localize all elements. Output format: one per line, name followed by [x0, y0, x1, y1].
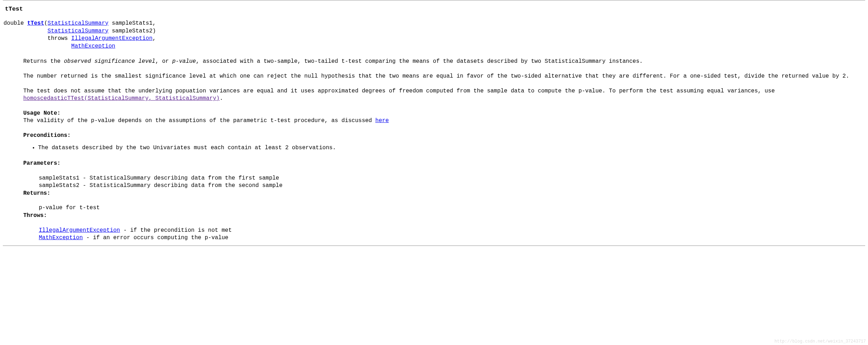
text: The validity of the p-value depends on t… [23, 117, 375, 124]
param1-type-link[interactable]: StatisticalSummary [48, 20, 109, 26]
desc-paragraph-2: The number returned is the smallest sign… [23, 73, 862, 80]
throws-2: MathException - if an error occurs compu… [39, 234, 862, 242]
throws-separator: , [152, 35, 156, 42]
text: - if the precondition is not met [120, 227, 232, 234]
top-rule [3, 0, 865, 0]
emphasis: p-value [172, 58, 196, 65]
method-name-link[interactable]: tTest [27, 20, 44, 26]
bottom-rule [3, 246, 865, 246]
throws2-exception-link[interactable]: MathException [39, 235, 83, 241]
text: , associated with a two-sample, two-tail… [196, 58, 643, 65]
parameters-label: Parameters: [23, 160, 862, 168]
throws1-exception-link[interactable]: IllegalArgumentException [39, 227, 120, 234]
returns-label: Returns: [23, 190, 862, 198]
throws-keyword: throws [48, 35, 71, 42]
preconditions-label: Preconditions: [23, 132, 862, 140]
param1-name: sampleStats1, [109, 20, 156, 26]
usage-note-label: Usage Note: [23, 110, 61, 116]
usage-here-link[interactable]: here [375, 117, 389, 124]
parameter-1: sampleStats1 - StatisticalSummary descri… [39, 175, 862, 182]
method-signature: double tTest(StatisticalSummary sampleSt… [4, 20, 865, 50]
preconditions-list: The datasets described by the two Univar… [23, 144, 862, 152]
precondition-item: The datasets described by the two Univar… [38, 144, 862, 152]
homoscedastic-link[interactable]: homoscedasticTTest(StatisticalSummary, S… [23, 95, 220, 102]
method-description: Returns the observed significance level,… [23, 58, 862, 242]
param2-type-link[interactable]: StatisticalSummary [48, 28, 109, 34]
param2-name: sampleStats2) [109, 28, 156, 34]
text: Returns the [23, 58, 64, 65]
throws-1: IllegalArgumentException - if the precon… [39, 227, 862, 235]
return-type: double [4, 20, 27, 26]
desc-paragraph-1: Returns the observed significance level,… [23, 58, 862, 66]
desc-paragraph-3: The test does not assume that the underl… [23, 87, 862, 103]
method-title: tTest [5, 5, 865, 13]
text: . [220, 95, 223, 102]
throws-label: Throws: [23, 212, 862, 220]
text: , or [155, 58, 172, 65]
emphasis: observed significance level [64, 58, 155, 65]
throws2-link[interactable]: MathException [71, 43, 115, 49]
text: - if an error occurs computing the p-val… [83, 235, 228, 241]
text: The test does not assume that the underl… [23, 88, 775, 94]
usage-note: Usage Note:The validity of the p-value d… [23, 110, 862, 125]
returns-text: p-value for t-test [39, 204, 862, 212]
parameter-2: sampleStats2 - StatisticalSummary descri… [39, 182, 862, 190]
throws1-link[interactable]: IllegalArgumentException [71, 35, 152, 42]
